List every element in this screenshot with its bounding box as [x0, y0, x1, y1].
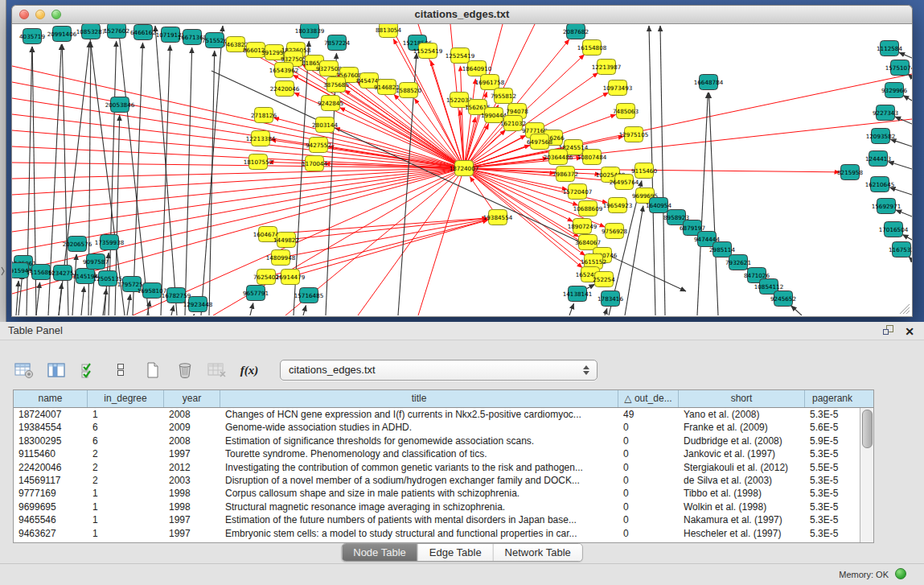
graph-node-12213384[interactable]: 12213384 — [246, 131, 276, 146]
table-scrollbar[interactable] — [860, 408, 873, 542]
graph-node-2803144[interactable]: 2803144 — [312, 117, 338, 133]
graph-node-9657791[interactable]: 9657791 — [243, 286, 269, 301]
graph-node-1244413[interactable]: 1244413 — [865, 151, 891, 167]
table-row[interactable]: 1872400712008Changes of HCN gene express… — [14, 408, 860, 421]
graph-node-9756928[interactable]: 9756928 — [602, 224, 627, 239]
graph-node-18033839[interactable]: 18033839 — [295, 24, 325, 39]
graph-node-15716485[interactable]: 15716485 — [294, 288, 324, 303]
selection-mode-icon[interactable] — [77, 360, 100, 381]
table-row[interactable]: 969969511998Structural magnetic resonanc… — [14, 501, 860, 513]
column-header-pagerank[interactable]: pagerank — [805, 390, 860, 407]
graph-node-19384554[interactable]: 19384554 — [483, 210, 513, 225]
graph-node-16154808[interactable]: 16154808 — [577, 40, 607, 56]
new-table-icon[interactable] — [142, 360, 164, 381]
column-header-title[interactable]: title — [220, 390, 618, 407]
graph-node-9242845[interactable]: 9242845 — [318, 96, 343, 111]
graph-node-252254[interactable]: 252254 — [593, 272, 615, 287]
tab-edge-table[interactable]: Edge Table — [418, 544, 494, 561]
graph-node-12093582[interactable]: 12093582 — [866, 129, 896, 144]
close-button[interactable] — [19, 10, 29, 19]
table-scrollbar-thumb[interactable] — [862, 410, 873, 448]
graph-node-1527602[interactable]: 1527602 — [104, 24, 129, 39]
graph-node-1588520[interactable]: 1588520 — [396, 83, 421, 98]
table-row[interactable]: 911546021997Tourette syndrome. Phenomeno… — [14, 447, 860, 460]
rows-icon[interactable] — [109, 360, 132, 381]
table-settings-icon[interactable] — [13, 360, 35, 381]
network-canvas[interactable]: 4035719209914061085328715276026466162107… — [12, 24, 912, 315]
tab-node-table[interactable]: Node Table — [342, 544, 418, 561]
graph-node-7857224[interactable]: 7857224 — [324, 35, 350, 51]
graph-node-9097587[interactable]: 9097587 — [83, 254, 109, 270]
graph-node-1170044[interactable]: 1170044 — [302, 156, 327, 171]
network-view[interactable]: 4035719209914061085328715276026466162107… — [11, 24, 913, 317]
window-resize-grip[interactable] — [900, 304, 910, 314]
graph-node-17016504[interactable]: 17016504 — [879, 222, 909, 237]
function-builder-icon[interactable]: f(x) — [238, 360, 261, 381]
graph-node-16914479[interactable]: 16914479 — [276, 270, 306, 285]
graph-node-14809948[interactable]: 14809948 — [266, 250, 296, 266]
minimize-button[interactable] — [35, 10, 45, 19]
import-table-icon[interactable] — [206, 360, 228, 381]
table-row[interactable]: 1830029562008Estimation of significance … — [14, 435, 860, 447]
table-body: 1872400712008Changes of HCN gene express… — [14, 408, 860, 542]
table-row[interactable]: 1938455462009Genome-wide association stu… — [14, 421, 860, 434]
zoom-button[interactable] — [51, 10, 61, 19]
graph-node-1449822[interactable]: 1449822 — [273, 233, 299, 248]
graph-node-9427552[interactable]: 9427552 — [306, 138, 331, 153]
close-panel-icon[interactable] — [905, 325, 914, 338]
show-columns-icon[interactable] — [45, 360, 68, 381]
graph-node-3875685[interactable]: 3875685 — [323, 77, 349, 93]
graph-node-9329966[interactable]: 9329966 — [881, 83, 907, 98]
graph-node-9115460[interactable]: 9115460 — [631, 163, 657, 179]
network-window[interactable]: citations_edges.txt 40357192099140610853… — [11, 5, 913, 315]
graph-node-8813054[interactable]: 8813054 — [376, 24, 401, 38]
graph-node-7485063[interactable]: 7485063 — [613, 104, 639, 119]
graph-node-18107552[interactable]: 18107552 — [244, 154, 273, 170]
graph-node-22420046[interactable]: 22420046 — [270, 81, 300, 97]
network-window-titlebar[interactable]: citations_edges.txt — [11, 5, 913, 24]
table-selector-dropdown[interactable]: citations_edges.txt — [280, 360, 598, 381]
graph-node-9245652[interactable]: 9245652 — [770, 291, 796, 307]
float-panel-icon[interactable] — [882, 324, 895, 339]
column-header-in_degree[interactable]: in_degree — [88, 390, 164, 407]
graph-node-2718126[interactable]: 2718126 — [251, 108, 277, 123]
graph-node-15720407[interactable]: 15720407 — [563, 184, 593, 200]
graph-node-8215958[interactable]: 8215958 — [837, 165, 863, 180]
table-row[interactable]: 1456911722003Disruption of a novel membe… — [14, 474, 860, 487]
graph-node-20053846[interactable]: 20053846 — [105, 97, 135, 113]
table-row[interactable]: 946362711997Embryonic stem cells: a mode… — [14, 527, 860, 540]
graph-node-16648784[interactable]: 16648784 — [694, 75, 724, 90]
graph-node-10853287[interactable]: 10853287 — [76, 24, 106, 39]
graph-node-9227343[interactable]: 9227343 — [873, 105, 898, 121]
column-header-short[interactable]: short — [679, 390, 805, 407]
graph-node-20991406[interactable]: 20991406 — [47, 27, 77, 42]
graph-node-15692971[interactable]: 15692971 — [872, 199, 901, 214]
delete-table-icon[interactable] — [174, 360, 196, 381]
graph-node-16961758[interactable]: 16961758 — [475, 75, 505, 90]
column-header-name[interactable]: name — [14, 390, 88, 407]
table-row[interactable]: 2242004622012Investigating the contribut… — [14, 461, 860, 474]
graph-node-7955812[interactable]: 7955812 — [491, 89, 516, 104]
graph-node-1167533[interactable]: 1167533 — [889, 242, 912, 257]
graph-node-1112584[interactable]: 1112584 — [877, 41, 902, 56]
graph-node-10688609[interactable]: 10688609 — [573, 201, 603, 216]
panel-collapse-handle-icon[interactable] — [0, 266, 6, 277]
graph-node-6497568[interactable]: 6497568 — [527, 134, 552, 150]
graph-node-12213987[interactable]: 12213987 — [592, 60, 622, 75]
graph-node-2087682[interactable]: 2087682 — [563, 24, 589, 39]
column-header-out_degree[interactable]: △ out_de... — [618, 390, 679, 407]
graph-node-6466162[interactable]: 6466162 — [130, 25, 156, 40]
graph-node-7986372[interactable]: 7986372 — [552, 167, 578, 182]
graph-node-16210645[interactable]: 16210645 — [865, 177, 895, 192]
left-panel-edge[interactable] — [0, 0, 6, 322]
tab-network-table[interactable]: Network Table — [494, 544, 582, 561]
column-header-year[interactable]: year — [164, 390, 220, 407]
graph-node-15751074[interactable]: 15751074 — [885, 60, 912, 76]
table-row[interactable]: 946554611997Estimation of the future num… — [14, 513, 860, 526]
graph-node-7932621[interactable]: 7932621 — [725, 255, 751, 270]
graph-node-19654923[interactable]: 19654923 — [603, 198, 633, 213]
table-row[interactable]: 977716911998Corpus callosum shape and si… — [14, 487, 860, 500]
graph-node-4035719[interactable]: 4035719 — [19, 29, 45, 44]
graph-node-1783416[interactable]: 1783416 — [598, 291, 623, 307]
graph-node-12975105[interactable]: 12975105 — [619, 127, 649, 142]
